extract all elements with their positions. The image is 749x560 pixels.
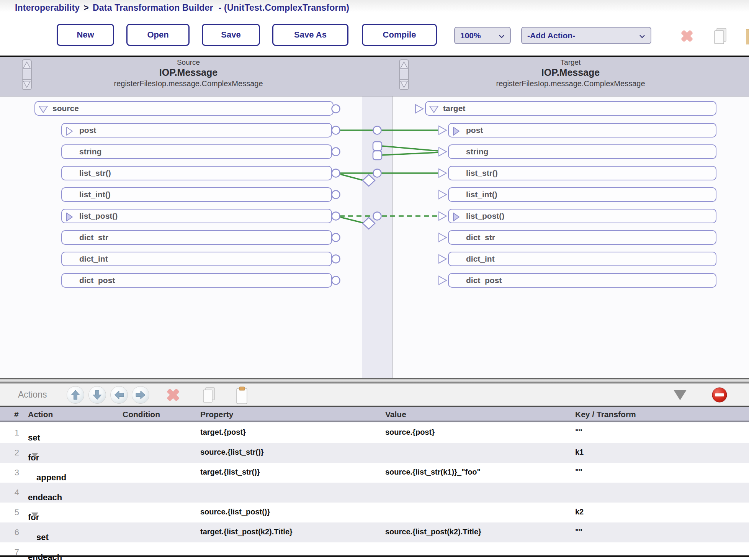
row-key: k2 bbox=[575, 508, 584, 516]
delete-icon[interactable] bbox=[679, 28, 695, 45]
connection-list-post-foreach[interactable] bbox=[340, 217, 363, 223]
tree-node-target-list-post[interactable]: list_post() bbox=[448, 209, 716, 223]
mapping-strip bbox=[362, 97, 392, 378]
source-port-list-str[interactable] bbox=[332, 169, 340, 177]
tree-node-target-dict-int[interactable]: dict_int bbox=[448, 252, 716, 266]
tree-node-target-string[interactable]: string bbox=[448, 144, 716, 159]
row-value: source.{list_post(k2).Title} bbox=[385, 527, 481, 536]
scroll-down-icon[interactable] bbox=[400, 80, 408, 89]
expand-icon[interactable] bbox=[452, 126, 460, 138]
tree-node-label: list_int() bbox=[466, 190, 497, 199]
source-panel-header: Source IOP.Message registerFilesIop.mess… bbox=[50, 58, 327, 88]
row-number: 4 bbox=[11, 488, 19, 498]
remove-button[interactable] bbox=[711, 386, 728, 404]
target-port-dict-str[interactable] bbox=[439, 233, 446, 242]
scroll-thumb[interactable] bbox=[400, 70, 408, 80]
row-key: "" bbox=[575, 428, 582, 437]
move-down-button[interactable] bbox=[88, 386, 106, 404]
arrow-right-icon bbox=[134, 388, 147, 401]
target-port-root[interactable] bbox=[415, 105, 423, 113]
new-button[interactable]: New bbox=[57, 24, 114, 46]
action-row-3[interactable]: 3 append target.{list_str()} source.{lis… bbox=[0, 463, 749, 483]
save-as-button[interactable]: Save As bbox=[272, 24, 348, 46]
connection-list-str-foreach[interactable] bbox=[340, 174, 363, 180]
chevron-down-icon bbox=[499, 31, 505, 40]
expand-icon[interactable] bbox=[65, 126, 74, 138]
tree-node-label: dict_post bbox=[79, 276, 115, 285]
target-port-string[interactable] bbox=[439, 147, 446, 156]
target-port-dict-int[interactable] bbox=[439, 255, 446, 263]
tree-node-source-string[interactable]: string bbox=[61, 144, 332, 159]
paste-icon bbox=[234, 386, 250, 405]
collapse-icon[interactable] bbox=[38, 105, 48, 116]
scroll-thumb[interactable] bbox=[23, 70, 31, 80]
tree-node-target-dict-str[interactable]: dict_str bbox=[448, 230, 716, 245]
collapse-actions-button[interactable] bbox=[672, 389, 688, 401]
source-type-name: registerFilesIop.message.ComplexMessage bbox=[50, 79, 327, 88]
paste-action-button[interactable] bbox=[234, 386, 250, 405]
move-up-button[interactable] bbox=[67, 386, 84, 404]
outdent-button[interactable] bbox=[110, 386, 128, 404]
open-button[interactable]: Open bbox=[126, 24, 190, 46]
copy-icon[interactable] bbox=[712, 27, 728, 47]
add-action-select[interactable]: -Add Action- bbox=[521, 27, 651, 44]
tree-node-target-post[interactable]: post bbox=[448, 123, 716, 138]
action-row-4[interactable]: 4 endeach bbox=[0, 483, 749, 503]
tree-node-source-root[interactable]: source bbox=[34, 101, 334, 116]
target-class-name: IOP.Message bbox=[432, 67, 709, 78]
action-row-1[interactable]: 1 set target.{post} source.{post} "" bbox=[0, 423, 749, 443]
scroll-up-icon[interactable] bbox=[400, 61, 408, 70]
tree-node-source-list-int[interactable]: list_int() bbox=[61, 187, 332, 202]
expand-icon[interactable] bbox=[65, 212, 74, 224]
target-port-dict-post[interactable] bbox=[439, 276, 446, 285]
tree-node-source-list-post[interactable]: list_post() bbox=[61, 209, 332, 223]
zoom-select[interactable]: 100% bbox=[454, 27, 511, 44]
panel-splitter[interactable] bbox=[0, 378, 749, 383]
target-port-post[interactable] bbox=[439, 126, 446, 134]
tree-node-source-dict-str[interactable]: dict_str bbox=[61, 230, 332, 245]
row-property: target.{list_str()} bbox=[200, 468, 260, 476]
target-port-list-str[interactable] bbox=[439, 169, 446, 177]
action-row-5[interactable]: 5 for each source.{list_post()} k2 bbox=[0, 503, 749, 522]
tree-node-source-dict-int[interactable]: dict_int bbox=[61, 252, 332, 266]
source-port-post[interactable] bbox=[332, 126, 340, 134]
paste-icon-clipped[interactable] bbox=[746, 29, 749, 46]
foreach-dropdown-icon[interactable] bbox=[31, 513, 38, 517]
scroll-down-icon[interactable] bbox=[23, 80, 31, 89]
action-row-6[interactable]: 6 set target.{list_post(k2).Title} sourc… bbox=[0, 522, 749, 542]
foreach-dropdown-icon[interactable] bbox=[31, 453, 38, 457]
actions-table-header: # Action Condition Property Value Key / … bbox=[0, 407, 749, 422]
row-key: "" bbox=[575, 527, 582, 536]
source-port-list-int[interactable] bbox=[332, 191, 340, 199]
breadcrumb-section[interactable]: Interoperability bbox=[15, 3, 80, 13]
source-port-dict-str[interactable] bbox=[332, 234, 340, 242]
delete-action-button[interactable] bbox=[164, 386, 182, 404]
source-scroll-widget[interactable] bbox=[22, 59, 32, 90]
tree-node-target-root[interactable]: target bbox=[425, 101, 716, 116]
source-port-list-post[interactable] bbox=[332, 212, 340, 220]
tree-node-target-list-str[interactable]: list_str() bbox=[448, 166, 716, 180]
tree-node-source-dict-post[interactable]: dict_post bbox=[61, 273, 332, 288]
target-port-list-post[interactable] bbox=[439, 212, 446, 220]
tree-node-target-list-int[interactable]: list_int() bbox=[448, 187, 716, 202]
save-button[interactable]: Save bbox=[202, 24, 260, 46]
compile-button[interactable]: Compile bbox=[362, 24, 437, 46]
col-header-property: Property bbox=[200, 410, 233, 419]
source-port-dict-post[interactable] bbox=[332, 277, 340, 285]
tree-node-target-dict-post[interactable]: dict_post bbox=[448, 273, 716, 288]
copy-action-button[interactable] bbox=[201, 386, 218, 404]
target-role-label: Target bbox=[432, 58, 709, 67]
expand-icon[interactable] bbox=[452, 212, 460, 224]
tree-node-source-post[interactable]: post bbox=[61, 123, 332, 138]
action-row-7[interactable]: 7 endeach bbox=[0, 542, 749, 560]
breadcrumb-page[interactable]: Data Transformation Builder bbox=[93, 3, 213, 13]
scroll-up-icon[interactable] bbox=[23, 61, 31, 70]
target-port-list-int[interactable] bbox=[439, 190, 446, 199]
tree-node-source-list-str[interactable]: list_str() bbox=[61, 166, 332, 180]
source-port-string[interactable] bbox=[332, 148, 340, 156]
action-row-2[interactable]: 2 for each source.{list_str()} k1 bbox=[0, 443, 749, 463]
indent-button[interactable] bbox=[132, 386, 149, 404]
target-scroll-widget[interactable] bbox=[399, 59, 409, 90]
collapse-icon[interactable] bbox=[429, 105, 439, 116]
source-port-dict-int[interactable] bbox=[332, 255, 340, 263]
